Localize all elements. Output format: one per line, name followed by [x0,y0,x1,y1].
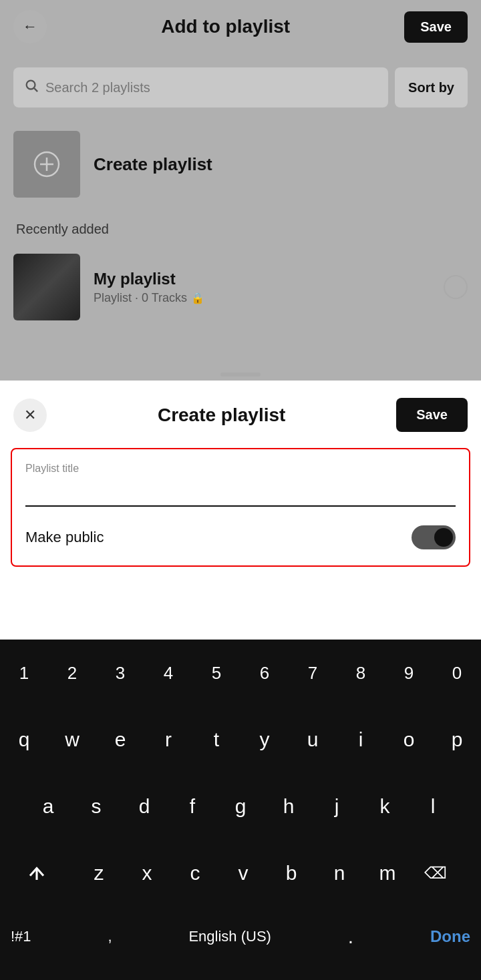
key-r[interactable]: r [144,710,192,770]
key-v[interactable]: v [219,843,267,903]
back-icon: ← [23,18,37,35]
key-o[interactable]: o [385,710,433,770]
keyboard-numbers-row: 1 2 3 4 5 6 7 8 9 0 [0,640,481,706]
search-bar: Sort by [13,65,468,109]
keyboard-asdf-row: a s d f g h j k l [0,773,481,840]
key-z[interactable]: z [75,843,123,903]
svg-line-1 [34,88,37,91]
key-8[interactable]: 8 [337,643,385,703]
key-j[interactable]: j [313,776,361,836]
playlist-meta: Playlist · 0 Tracks 🔒 [94,291,430,305]
key-p[interactable]: p [433,710,481,770]
make-public-label: Make public [25,529,104,546]
key-q[interactable]: q [0,710,48,770]
lock-icon: 🔒 [191,292,204,304]
create-playlist-row[interactable]: Create playlist [13,124,468,204]
key-3[interactable]: 3 [96,643,144,703]
key-0[interactable]: 0 [433,643,481,703]
create-playlist-thumb [13,131,80,198]
key-a[interactable]: a [24,776,72,836]
key-b[interactable]: b [267,843,315,903]
create-playlist-form: Playlist title Make public [11,448,470,567]
comma-key[interactable]: , [108,928,112,945]
search-input-wrap [13,67,388,107]
language-label: English (US) [188,928,271,945]
playlist-name: My playlist [94,270,430,288]
back-button[interactable]: ← [13,10,47,43]
done-key[interactable]: Done [430,927,470,946]
toggle-track [412,525,456,549]
svg-point-0 [27,81,35,89]
save-button-top[interactable]: Save [404,11,468,43]
key-1[interactable]: 1 [0,643,48,703]
key-s[interactable]: s [72,776,120,836]
key-y[interactable]: y [240,710,289,770]
key-w[interactable]: w [48,710,96,770]
create-playlist-label: Create playlist [94,154,212,175]
key-4[interactable]: 4 [144,643,192,703]
playlist-item[interactable]: My playlist Playlist · 0 Tracks 🔒 [13,247,468,327]
keyboard: 1 2 3 4 5 6 7 8 9 0 q w e r t y u i o p … [0,640,481,980]
period-key[interactable]: . [348,925,353,948]
playlist-title-label: Playlist title [25,463,456,475]
keyboard-zxcv-row: z x c v b n m ⌫ [0,840,481,907]
drag-handle [220,373,261,377]
special-chars-key[interactable]: !#1 [11,928,31,945]
close-button[interactable]: ✕ [13,399,47,432]
playlist-thumbnail [13,254,80,320]
playlist-title-input[interactable] [25,479,456,507]
make-public-toggle[interactable] [412,525,456,549]
key-c[interactable]: c [171,843,219,903]
key-6[interactable]: 6 [240,643,289,703]
key-m[interactable]: m [363,843,412,903]
sheet-title: Create playlist [158,405,285,426]
create-playlist-sheet: ✕ Create playlist Save Playlist title Ma… [0,382,481,580]
search-input[interactable] [45,80,377,95]
key-e[interactable]: e [96,710,144,770]
key-g[interactable]: g [216,776,265,836]
key-x[interactable]: x [123,843,171,903]
key-9[interactable]: 9 [385,643,433,703]
recently-added-label: Recently added [16,222,109,237]
shift-key[interactable] [21,843,75,903]
key-u[interactable]: u [289,710,337,770]
keyboard-bottom-bar: !#1 , English (US) . Done [0,907,481,967]
key-k[interactable]: k [361,776,409,836]
top-bar: ← Add to playlist Save [0,0,481,53]
key-l[interactable]: l [409,776,457,836]
search-icon [24,78,39,97]
backspace-key[interactable]: ⌫ [412,843,460,903]
key-2[interactable]: 2 [48,643,96,703]
close-icon: ✕ [24,407,36,424]
playlist-select-radio[interactable] [444,275,468,299]
page-title: Add to playlist [161,16,290,37]
sheet-header: ✕ Create playlist Save [0,382,481,443]
key-t[interactable]: t [192,710,240,770]
key-h[interactable]: h [265,776,313,836]
playlist-info: My playlist Playlist · 0 Tracks 🔒 [94,270,430,305]
make-public-row: Make public [25,525,456,549]
save-button-sheet[interactable]: Save [396,398,468,432]
keyboard-qwerty-row: q w e r t y u i o p [0,706,481,773]
key-d[interactable]: d [120,776,168,836]
key-7[interactable]: 7 [289,643,337,703]
key-n[interactable]: n [315,843,363,903]
sort-button[interactable]: Sort by [395,67,468,107]
key-5[interactable]: 5 [192,643,240,703]
key-f[interactable]: f [168,776,216,836]
key-i[interactable]: i [337,710,385,770]
